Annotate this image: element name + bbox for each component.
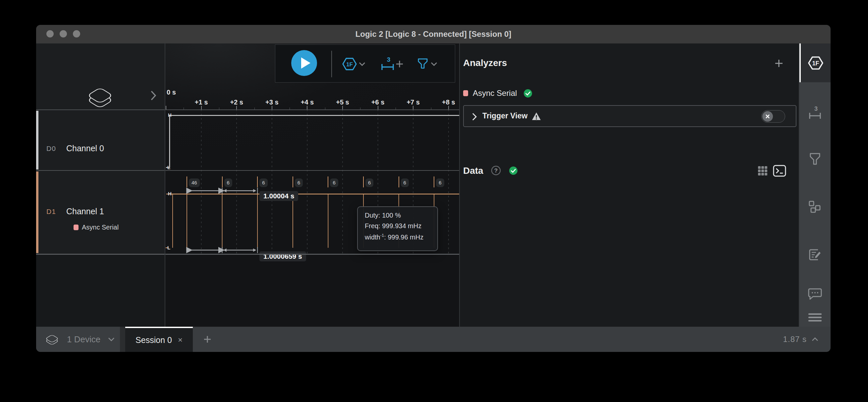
- capture-mode-button[interactable]: 1F: [342, 45, 357, 83]
- session-tab-label: Session 0: [135, 335, 172, 345]
- hamburger-menu-icon: [808, 312, 822, 323]
- session-tab[interactable]: Session 0 ×: [125, 327, 193, 352]
- capture-duration[interactable]: 1.87 s: [783, 327, 819, 352]
- time-tick: [236, 106, 237, 110]
- analyzer-item-async-serial[interactable]: Async Serial: [463, 87, 532, 99]
- measurements-button[interactable]: 3: [380, 45, 395, 83]
- status-ok-icon: [509, 166, 518, 175]
- channel-row-1[interactable]: D1 Channel 1 Async Serial: [36, 171, 165, 254]
- time-tick-label: +6 s: [363, 98, 393, 106]
- capture-mode-dropdown[interactable]: [359, 45, 366, 83]
- edge-count-badge: 6: [259, 178, 267, 187]
- bottom-bar: 1 Device Session 0 × 1.87 s: [36, 327, 831, 352]
- burst-tick: [434, 176, 434, 188]
- time-tick-label: 0 s: [167, 89, 176, 96]
- sidebar-menu-button[interactable]: [799, 312, 831, 323]
- edge-count-badge: 46: [189, 178, 200, 187]
- svg-text:3: 3: [814, 106, 817, 112]
- time-tick: [166, 106, 166, 110]
- close-session-icon[interactable]: ×: [178, 335, 183, 345]
- tooltip-width: width-1: 999.96 mHz: [365, 233, 437, 241]
- sidebar-tab-capture-active[interactable]: 1F: [799, 44, 831, 82]
- plus-icon: [203, 335, 212, 344]
- channel-1-id: D1: [46, 208, 56, 216]
- sidebar-tab-feedback[interactable]: [799, 288, 831, 301]
- terminal-view-button[interactable]: [773, 164, 786, 177]
- chevron-down-icon: [359, 62, 366, 66]
- time-tick-label: +3 s: [257, 98, 287, 106]
- right-sidebar: [799, 44, 831, 327]
- time-tick: [272, 106, 272, 110]
- plus-icon: [774, 59, 783, 68]
- sidebar-tab-extensions[interactable]: [799, 200, 831, 214]
- trigger-funnel-icon: [417, 57, 428, 70]
- analyzers-title: Analyzers: [463, 58, 507, 68]
- panel-divider[interactable]: [165, 44, 165, 327]
- panel-divider[interactable]: [459, 44, 460, 327]
- measurement-label-high: 1.00004 s: [259, 191, 298, 201]
- trigger-view-toggle[interactable]: [761, 110, 785, 123]
- time-tick: [342, 106, 343, 110]
- burst-tick: [187, 176, 187, 188]
- sidebar-tab-triggers[interactable]: [799, 152, 831, 166]
- measurement-ruler-icon: 3: [380, 56, 395, 72]
- ch0-low-marker: L: [167, 165, 170, 170]
- play-icon: [291, 50, 317, 76]
- signal-plot: [165, 44, 460, 327]
- trigger-view-section[interactable]: Trigger View: [463, 105, 797, 127]
- hexagon-1f-icon: 1F: [808, 56, 824, 70]
- analyzer-item-name: Async Serial: [473, 89, 517, 98]
- extensions-squares-icon: [808, 200, 822, 214]
- toolbar-divider: [331, 51, 332, 77]
- channel-1-analyzer-tag[interactable]: Async Serial: [73, 224, 119, 231]
- expand-device-panel-chevron-icon[interactable]: [150, 90, 157, 101]
- app-window: Logic 2 [Logic 8 - Connected] [Session 0…: [36, 25, 831, 352]
- time-tick-label: +8 s: [434, 98, 460, 106]
- notes-edit-icon: [808, 248, 822, 262]
- svg-text:1F: 1F: [812, 60, 819, 67]
- channel-0-strip: [36, 111, 38, 170]
- sidebar-tab-measurements[interactable]: 3: [799, 106, 831, 121]
- burst-tick: [292, 176, 293, 188]
- device-icon: [45, 333, 59, 346]
- waveform-canvas[interactable]: 0 s+1 s+2 s+3 s+4 s+5 s+6 s+7 s+8 s 4666…: [165, 44, 460, 327]
- grid-icon: [757, 166, 768, 176]
- analyzers-panel: Analyzers Async Serial Trigger View: [460, 44, 799, 327]
- analyzer-color-chip: [73, 225, 79, 230]
- channel-row-0[interactable]: D0 Channel 0: [36, 110, 165, 170]
- burst-tick: [363, 176, 364, 188]
- trigger-button[interactable]: [417, 45, 428, 83]
- measurement-tooltip: Duty: 100 % Freq: 999.934 mHz width-1: 9…: [357, 206, 438, 251]
- add-measurement-button[interactable]: [395, 45, 404, 83]
- time-tick: [413, 106, 413, 110]
- add-analyzer-button[interactable]: [773, 58, 784, 69]
- start-capture-button[interactable]: [291, 50, 317, 76]
- sidebar-tab-notes[interactable]: [799, 248, 831, 262]
- x-icon: [765, 114, 770, 119]
- device-selector[interactable]: 1 Device: [36, 327, 120, 352]
- capture-toolbar: 1F 3: [275, 45, 455, 83]
- measurement-label-low: 1.0000659 s: [259, 251, 306, 261]
- terminal-icon: [773, 165, 786, 177]
- chevron-right-icon[interactable]: [472, 112, 477, 121]
- channel-0-id: D0: [46, 145, 56, 152]
- new-session-button[interactable]: [197, 327, 217, 352]
- time-tick: [448, 106, 449, 110]
- edge-count-badge: 6: [330, 178, 338, 187]
- logic-device-icon: [86, 84, 114, 108]
- svg-text:?: ?: [494, 168, 498, 174]
- row-divider: [36, 254, 460, 255]
- time-tick: [201, 106, 202, 110]
- row-divider: [36, 110, 460, 110]
- chevron-down-icon: [108, 337, 115, 342]
- burst-tick: [222, 176, 223, 188]
- time-tick-label: +7 s: [398, 98, 428, 106]
- help-icon[interactable]: ?: [491, 166, 501, 175]
- ch0-high-marker: H: [168, 112, 172, 118]
- title-bar[interactable]: Logic 2 [Logic 8 - Connected] [Session 0…: [36, 25, 831, 44]
- capture-duration-value: 1.87 s: [783, 335, 807, 344]
- device-header[interactable]: [36, 44, 165, 110]
- channel-sidebar: D0 Channel 0 D1 Channel 1 Async Serial: [36, 44, 165, 327]
- table-view-button[interactable]: [757, 165, 769, 177]
- trigger-dropdown[interactable]: [430, 45, 438, 83]
